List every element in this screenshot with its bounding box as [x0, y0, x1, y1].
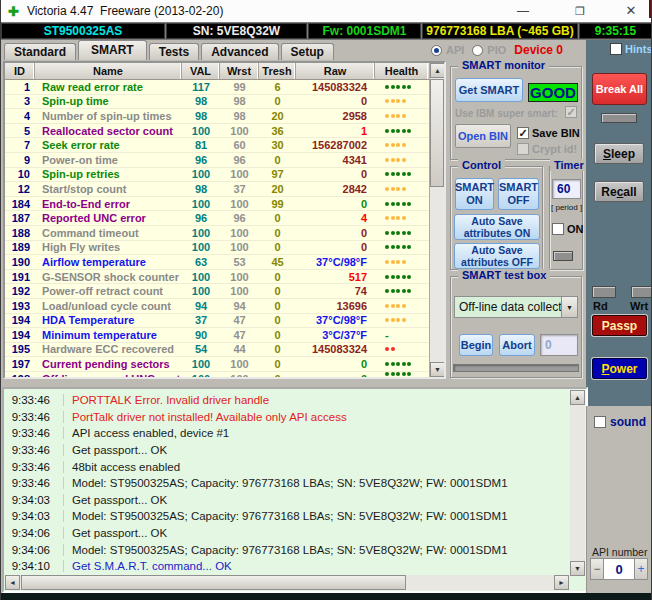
column-header-raw[interactable]: Raw [296, 63, 375, 79]
scroll-left-icon[interactable]: ◄ [5, 575, 20, 590]
log-hscrollbar-thumb[interactable] [21, 575, 406, 590]
log-message: Get passport... OK [63, 444, 167, 456]
ibm-smart-checkbox[interactable]: ✓ [565, 106, 577, 118]
table-row[interactable]: 198Off-line scanned UNC sectors10010000 [5, 372, 429, 378]
access-mode-group: API PIO Device 0 [431, 43, 563, 57]
tab-advanced[interactable]: Advanced [201, 43, 278, 60]
attr-val: 100 [182, 197, 220, 211]
table-row[interactable]: 9Power-on time969604341 [5, 153, 429, 168]
tab-standard[interactable]: Standard [4, 43, 76, 60]
table-row[interactable]: 188Command timeout10010000 [5, 226, 429, 241]
attr-id: 188 [5, 226, 35, 240]
table-row[interactable]: 194Minimum temperature904703°C/37°F- [5, 328, 429, 343]
attr-raw: 4 [296, 211, 375, 225]
scroll-right-icon[interactable]: ► [554, 575, 569, 590]
api-radio[interactable] [431, 45, 442, 56]
scroll-down-icon[interactable]: ▼ [430, 362, 445, 377]
health-dot-icon [407, 372, 411, 376]
table-row[interactable]: 1Raw read error rate117996145083324 [5, 80, 429, 95]
smart-on-button[interactable]: SMART ON [455, 178, 494, 210]
pio-radio[interactable] [472, 45, 483, 56]
table-row[interactable]: 194HDA Temperature3747037°C/98°F [5, 314, 429, 329]
smart-off-button[interactable]: SMART OFF [498, 178, 539, 210]
attr-id: 195 [5, 342, 35, 356]
health-dot-icon [391, 143, 395, 147]
attr-id: 198 [5, 372, 35, 378]
table-row[interactable]: 5Reallocated sector count100100361 [5, 124, 429, 139]
sleep-button[interactable]: Sleep [594, 143, 644, 164]
minimize-button[interactable]: — [506, 0, 540, 22]
column-header-val[interactable]: VAL [182, 63, 220, 79]
table-row[interactable]: 191G-SENSOR shock counter1001000517 [5, 270, 429, 285]
scroll-up-icon[interactable]: ▲ [430, 63, 445, 78]
table-row[interactable]: 197Current pending sectors10010000 [5, 357, 429, 372]
table-row[interactable]: 12Start/stop count9837202842 [5, 182, 429, 197]
hints-checkbox[interactable] [610, 43, 622, 55]
table-row[interactable]: 195Hardware ECC recovered54440145083324 [5, 343, 429, 358]
break-all-button[interactable]: Break All [592, 73, 647, 105]
tab-smart[interactable]: SMART [78, 40, 147, 60]
abort-button[interactable]: Abort [499, 334, 535, 356]
begin-button[interactable]: Begin [459, 334, 493, 356]
save-bin-checkbox[interactable]: ✓ [517, 127, 529, 139]
column-header-tresh[interactable]: Tresh [259, 63, 296, 79]
attr-name: High Fly writes [35, 240, 182, 254]
log-line: 9:34:10Get S.M.A.R.T. command... OK [4, 558, 569, 574]
table-row[interactable]: 10Spin-up retries100100970 [5, 168, 429, 183]
timer-period-input[interactable]: 60 [552, 179, 581, 199]
restore-button[interactable]: ❐ [563, 0, 597, 22]
table-row[interactable]: 193Load/unload cycle count9494013696 [5, 299, 429, 314]
timer-on-checkbox[interactable] [552, 223, 564, 235]
api-number-value: 0 [604, 558, 634, 580]
recall-button[interactable]: Recall [594, 181, 644, 202]
column-header-health[interactable]: Health [375, 63, 428, 79]
device-label: Device 0 [514, 43, 563, 57]
close-button[interactable]: ✕ [613, 0, 649, 22]
attr-id: 12 [5, 182, 35, 196]
table-row[interactable]: 190Airflow temperature63534537°C/98°F [5, 255, 429, 270]
scroll-down-icon[interactable]: ▼ [570, 561, 585, 576]
log-hscrollbar[interactable]: ◄ ► [5, 575, 569, 590]
attr-wrst: 60 [220, 138, 259, 152]
table-row[interactable]: 3Spin-up time989800 [5, 95, 429, 110]
table-row[interactable]: 184End-to-End error100100990 [5, 197, 429, 212]
table-row[interactable]: 7Seek error rate816030156287002 [5, 138, 429, 153]
autosave-off-button[interactable]: Auto Save attributes OFF [454, 243, 540, 269]
attr-health [375, 143, 428, 147]
health-dot-icon [396, 216, 400, 220]
open-bin-button[interactable]: Open BIN [455, 124, 511, 148]
attr-tresh: 99 [259, 197, 296, 211]
passp-button[interactable]: Passp [592, 315, 647, 336]
autosave-on-button[interactable]: Auto Save attributes ON [454, 214, 540, 240]
column-header-id[interactable]: ID [5, 63, 35, 79]
read-led-label: Rd [593, 300, 608, 312]
scroll-up-icon[interactable]: ▲ [570, 390, 585, 405]
attr-val: 100 [182, 124, 220, 138]
attr-val: 100 [182, 270, 220, 284]
test-select[interactable]: Off-line data collect ▼ [454, 296, 578, 318]
table-scrollbar[interactable]: ▲ ▼ [429, 63, 444, 377]
get-smart-button[interactable]: Get SMART [455, 78, 523, 102]
table-row[interactable]: 189High Fly writes10010000 [5, 241, 429, 256]
test-counter-field[interactable]: 0 [540, 334, 578, 356]
tab-setup[interactable]: Setup [281, 43, 334, 60]
table-row[interactable]: 187Reported UNC error969604 [5, 211, 429, 226]
break-led [601, 113, 637, 123]
table-row[interactable]: 192Power-off retract count100100074 [5, 284, 429, 299]
log-timestamp: 9:33:46 [4, 461, 50, 473]
table-scrollbar-thumb[interactable] [430, 79, 444, 187]
column-header-wrst[interactable]: Wrst [220, 63, 259, 79]
spinner-plus-button[interactable]: + [634, 558, 648, 580]
table-row[interactable]: 4Number of spin-up times9898202958 [5, 109, 429, 124]
spinner-minus-button[interactable]: − [590, 558, 604, 580]
column-header-name[interactable]: Name [35, 63, 182, 79]
power-button[interactable]: Power [592, 358, 647, 379]
sound-checkbox[interactable] [594, 416, 606, 428]
log-vscrollbar[interactable]: ▲ ▼ [570, 390, 585, 576]
crypt-id-checkbox[interactable] [517, 143, 529, 155]
attr-wrst: 100 [220, 124, 259, 138]
dropdown-arrow-icon[interactable]: ▼ [561, 297, 577, 317]
health-dot-icon [402, 362, 406, 366]
tab-tests[interactable]: Tests [149, 43, 199, 60]
health-dot-icon [396, 372, 400, 376]
